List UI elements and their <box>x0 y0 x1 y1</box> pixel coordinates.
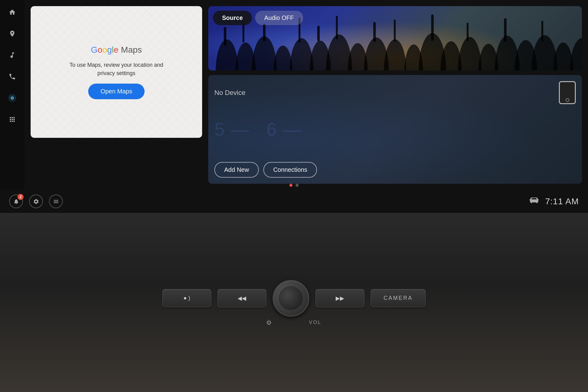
audio-off-button[interactable]: Audio OFF <box>255 11 303 25</box>
prev-icon: ◀◀ <box>238 295 246 301</box>
knob-inner <box>279 286 303 311</box>
page-dots <box>289 184 299 187</box>
svg-point-12 <box>384 39 406 70</box>
maps-privacy-message: To use Maps, review your location and pr… <box>61 61 172 77</box>
right-panels: Source Audio OFF 5— 6— No Device Add New… <box>208 6 582 184</box>
svg-rect-30 <box>394 19 396 42</box>
sidebar-item-phone[interactable] <box>6 70 18 83</box>
car-status-icon <box>529 197 539 206</box>
svg-rect-28 <box>336 16 338 39</box>
no-device-label: No Device <box>214 89 245 97</box>
menu-button[interactable] <box>49 194 63 208</box>
volume-knob[interactable] <box>273 280 309 317</box>
next-track-button[interactable]: ▶▶ <box>315 289 364 307</box>
svg-rect-32 <box>467 22 469 41</box>
svg-rect-34 <box>541 21 543 42</box>
svg-point-22 <box>570 38 582 70</box>
status-bar: 2 7:11 AM <box>0 190 588 213</box>
phone-device-icon <box>559 81 576 104</box>
sidebar-item-apps[interactable] <box>6 113 18 126</box>
svg-point-3 <box>216 39 238 70</box>
physical-controls: ● ) ◀◀ ▶▶ CAMERA ⏻ VOL <box>0 213 588 392</box>
add-new-button[interactable]: Add New <box>214 162 259 178</box>
svg-rect-25 <box>263 24 266 41</box>
notification-bell-button[interactable]: 2 <box>9 194 23 208</box>
google-maps-logo: Google Maps <box>91 45 142 55</box>
control-labels: ⏻ VOL <box>266 320 322 325</box>
open-maps-button[interactable]: Open Maps <box>88 84 144 99</box>
device-panel: 5— 6— No Device Add New Connections <box>208 75 582 184</box>
svg-point-5 <box>252 36 277 70</box>
dot-2[interactable] <box>296 184 299 187</box>
svg-point-6 <box>274 46 292 70</box>
vol-label: VOL <box>291 320 322 325</box>
audio-panel: Source Audio OFF <box>208 6 582 70</box>
sidebar-item-music[interactable] <box>6 49 18 61</box>
svg-point-0 <box>10 96 14 100</box>
day-night-icon: ● ) <box>183 295 190 301</box>
svg-rect-23 <box>224 27 226 46</box>
svg-rect-33 <box>504 18 507 42</box>
connections-button[interactable]: Connections <box>263 162 317 178</box>
source-button[interactable]: Source <box>213 11 252 25</box>
sidebar-item-assistant[interactable] <box>6 92 18 104</box>
svg-point-16 <box>458 37 481 70</box>
prev-track-button[interactable]: ◀◀ <box>217 289 266 307</box>
notification-count: 2 <box>17 194 24 200</box>
next-icon: ▶▶ <box>336 295 344 301</box>
maps-panel: Google Maps To use Maps, review your loc… <box>31 6 202 138</box>
power-label: ⏻ <box>266 320 291 325</box>
sidebar <box>0 0 24 190</box>
camera-button[interactable]: CAMERA <box>371 289 426 307</box>
dot-1[interactable] <box>289 184 292 187</box>
day-night-button[interactable]: ● ) <box>162 289 211 307</box>
clock: 7:11 AM <box>545 197 579 206</box>
sidebar-item-home[interactable] <box>6 6 18 18</box>
sidebar-item-location[interactable] <box>6 28 18 40</box>
svg-rect-27 <box>317 26 320 41</box>
svg-rect-31 <box>431 14 434 40</box>
settings-button[interactable] <box>29 194 43 208</box>
svg-rect-29 <box>373 22 376 42</box>
main-content: Google Maps To use Maps, review your loc… <box>24 0 588 190</box>
